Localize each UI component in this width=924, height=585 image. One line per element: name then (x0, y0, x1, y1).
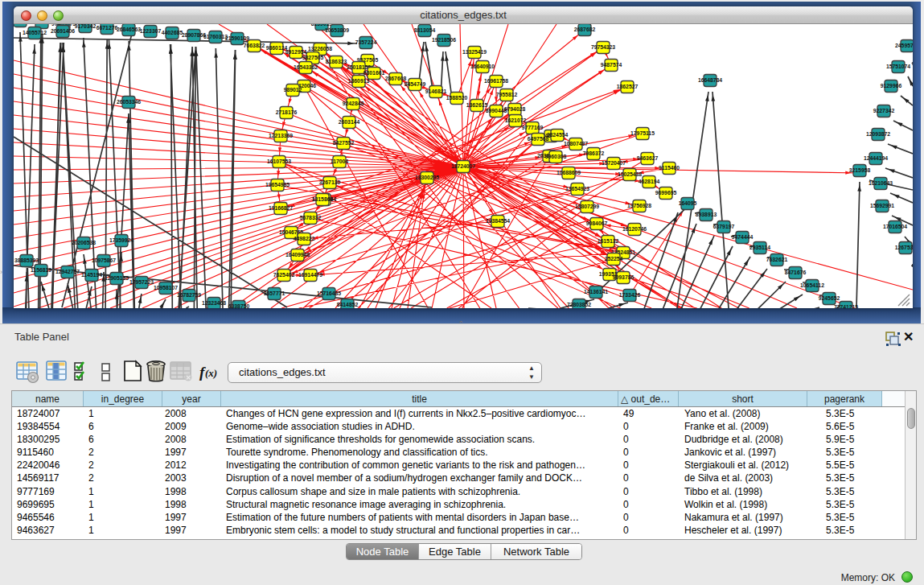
svg-text:6338750: 6338750 (228, 303, 250, 308)
svg-text:38885393: 38885393 (14, 257, 39, 263)
svg-text:9699695: 9699695 (655, 190, 677, 196)
svg-text:1588520: 1588520 (446, 95, 468, 101)
svg-text:3267130: 3267130 (319, 179, 341, 185)
svg-text:1862527: 1862527 (617, 84, 639, 89)
svg-text:19384554: 19384554 (486, 218, 510, 224)
svg-text:16543362: 16543362 (294, 64, 318, 70)
svg-text:9227342: 9227342 (873, 108, 895, 113)
svg-text:2718176: 2718176 (276, 109, 298, 115)
svg-text:7986372: 7986372 (583, 150, 605, 156)
svg-text:9245652: 9245652 (819, 295, 840, 301)
svg-text:28907866: 28907866 (182, 32, 206, 38)
svg-text:9115460: 9115460 (659, 165, 680, 171)
svg-text:9960308: 9960308 (545, 154, 567, 159)
svg-text:16961758: 16961758 (484, 78, 508, 84)
svg-text:6379197: 6379197 (713, 224, 735, 229)
svg-text:9487574: 9487574 (601, 62, 622, 68)
svg-text:7625402: 7625402 (273, 272, 295, 278)
svg-text:13325419: 13325419 (462, 49, 487, 55)
svg-text:12942757: 12942757 (55, 269, 80, 274)
svg-text:19218506: 19218506 (432, 37, 456, 43)
svg-text:7955812: 7955812 (496, 92, 518, 97)
svg-text:7632621: 7632621 (766, 257, 788, 262)
svg-text:10653809: 10653809 (325, 27, 349, 33)
svg-text:9474444: 9474444 (732, 234, 754, 240)
svg-text:79754323: 79754323 (591, 44, 615, 50)
svg-text:2603144: 2603144 (339, 119, 360, 125)
svg-text:16210643: 16210643 (869, 180, 893, 186)
svg-text:12323468: 12323468 (202, 300, 226, 306)
svg-text:9084067: 9084067 (586, 220, 608, 226)
svg-text:9860124: 9860124 (266, 45, 288, 51)
svg-text:24595711: 24595711 (895, 43, 913, 48)
svg-text:10807487: 10807487 (564, 141, 588, 146)
svg-text:13654923: 13654923 (565, 186, 589, 192)
svg-text:61760313: 61760313 (203, 34, 228, 39)
svg-text:1223307: 1223307 (140, 28, 162, 34)
svg-text:1733426: 1733426 (619, 292, 641, 298)
svg-text:1267531: 1267531 (895, 245, 913, 250)
svg-text:8471676: 8471676 (785, 270, 807, 275)
svg-text:16107553: 16107553 (267, 159, 291, 164)
svg-text:20691406: 20691406 (51, 28, 75, 34)
svg-text:7663822: 7663822 (244, 43, 265, 48)
svg-text:12093872: 12093872 (866, 131, 890, 137)
svg-text:14136141: 14136141 (584, 289, 608, 295)
svg-text:16648784: 16648784 (698, 77, 722, 83)
svg-text:17359924: 17359924 (109, 237, 133, 243)
svg-text:4402685: 4402685 (162, 30, 183, 35)
svg-text:12444194: 12444194 (864, 155, 888, 161)
svg-text:17957223: 17957223 (129, 279, 154, 285)
svg-text:6671276: 6671276 (97, 25, 118, 31)
svg-text:2687682: 2687682 (574, 27, 596, 32)
svg-text:1621072: 1621072 (505, 117, 527, 123)
svg-text:10025438: 10025438 (618, 171, 642, 177)
svg-text:19756928: 19756928 (627, 203, 651, 208)
svg-text:(x): (x) (205, 367, 217, 379)
svg-text:26846563: 26846563 (117, 27, 141, 32)
svg-text:8938913: 8938913 (696, 212, 717, 217)
svg-text:15751074: 15751074 (886, 64, 910, 69)
svg-text:15720407: 15720407 (602, 160, 626, 166)
svg-text:1315864: 1315864 (312, 196, 334, 202)
svg-text:9827505: 9827505 (302, 55, 324, 60)
svg-text:5678332: 5678332 (300, 215, 322, 220)
svg-text:15716485: 15716485 (317, 290, 341, 296)
svg-text:18724007: 18724007 (451, 163, 475, 169)
svg-text:8414852: 8414852 (337, 302, 359, 307)
svg-text:17975115: 17975115 (630, 130, 655, 136)
svg-text:6794028: 6794028 (504, 106, 526, 112)
svg-text:9463627: 9463627 (637, 155, 659, 161)
svg-text:2867608: 2867608 (385, 76, 407, 81)
svg-text:252254: 252254 (605, 256, 623, 262)
svg-text:8186323: 8186323 (326, 59, 347, 64)
svg-text:9777169: 9777169 (522, 125, 544, 130)
svg-text:117004: 117004 (331, 159, 349, 164)
svg-text:2935114: 2935114 (749, 245, 770, 250)
svg-text:21590109: 21590109 (225, 35, 249, 41)
svg-text:8454749: 8454749 (405, 81, 426, 87)
svg-text:16640910: 16640910 (470, 64, 495, 69)
svg-text:1860913: 1860913 (348, 78, 370, 84)
svg-text:7357224: 7357224 (355, 39, 377, 45)
svg-text:8813054: 8813054 (414, 27, 436, 33)
svg-text:4498222: 4498222 (294, 236, 315, 241)
svg-text:8427552: 8427552 (333, 140, 355, 146)
svg-text:9146821: 9146821 (425, 89, 447, 94)
svg-text:18807299: 18807299 (575, 204, 599, 209)
svg-text:10654112: 10654112 (800, 282, 824, 288)
svg-text:14055712: 14055712 (23, 30, 47, 35)
svg-text:13226058: 13226058 (308, 46, 332, 51)
svg-text:19166827: 19166827 (269, 205, 293, 211)
svg-text:16120746: 16120746 (622, 226, 647, 232)
svg-text:17016504: 17016504 (883, 224, 907, 229)
svg-text:72803852: 72803852 (567, 302, 591, 307)
svg-text:1156819: 1156819 (31, 267, 51, 273)
svg-text:3824554: 3824554 (547, 132, 569, 138)
svg-text:26053346: 26053346 (117, 99, 141, 105)
svg-text:12905135: 12905135 (105, 275, 129, 281)
svg-text:3215958: 3215958 (849, 167, 871, 173)
svg-text:6497568: 6497568 (528, 136, 549, 142)
svg-text:9093786: 9093786 (613, 274, 634, 280)
svg-text:989012: 989012 (284, 87, 302, 93)
